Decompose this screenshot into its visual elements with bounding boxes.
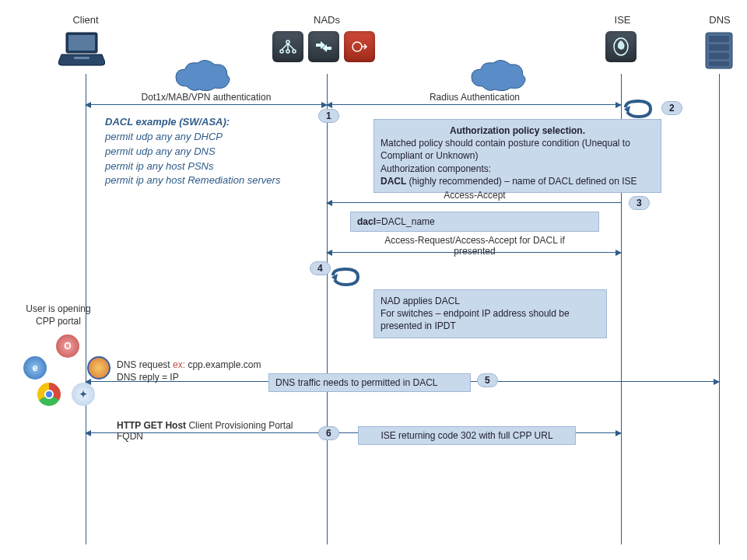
opera-icon: O — [56, 334, 79, 358]
svg-rect-12 — [709, 53, 729, 59]
step-3: 3 — [629, 196, 650, 210]
nad-applies-l1: NAD applies DACL — [381, 295, 600, 307]
svg-point-5 — [286, 50, 289, 53]
msg-access-accept: Access-Accept — [366, 190, 584, 201]
msg-auth-right: Radius Authentication — [374, 92, 576, 103]
svg-point-7 — [352, 42, 362, 51]
ie-icon: e — [23, 356, 47, 380]
authz-title: Authorization policy selection. — [381, 124, 654, 137]
step-5: 5 — [477, 373, 498, 387]
arrow-auth-client-nad — [86, 104, 327, 105]
authz-box: Authorization policy selection. Matched … — [374, 119, 661, 193]
svg-rect-10 — [709, 36, 729, 42]
msg-auth-left: Dot1x/MAB/VPN authentication — [97, 92, 315, 103]
svg-rect-13 — [709, 61, 729, 66]
router-icon — [308, 31, 339, 62]
nad-applies-l2: For switches – endpoint IP address shoul… — [381, 307, 600, 332]
user-opening-note: User is opening CPP portal — [16, 303, 101, 327]
authz-line1: Matched policy should contain posture co… — [381, 137, 654, 162]
dacl-name-box: dacl=DACL_name — [350, 212, 599, 232]
server-icon — [704, 31, 734, 72]
firewall-icon — [344, 31, 375, 62]
browser-icons: O e ✦ — [23, 334, 117, 412]
chrome-icon — [37, 383, 61, 406]
step-6: 6 — [318, 426, 339, 440]
laptop-icon — [58, 30, 105, 69]
svg-rect-2 — [74, 57, 89, 59]
arrow-access-accept — [327, 202, 621, 203]
authz-line3: DACL (highly recommended) – name of DACL… — [381, 175, 654, 187]
msg-dns-reply: DNS reply = IP — [117, 372, 179, 383]
dacl-name-text: dacl=DACL_name — [357, 216, 435, 227]
svg-point-6 — [293, 50, 296, 53]
nad-applies-box: NAD applies DACL For switches – endpoint… — [374, 289, 607, 338]
actor-nads-label: NADs — [296, 14, 358, 26]
nad-icons — [272, 31, 375, 62]
step-4: 4 — [310, 261, 331, 275]
dacl-l1: permit udp any any DHCP — [105, 130, 323, 145]
firefox-icon — [87, 356, 110, 380]
ise-icon — [605, 31, 637, 62]
svg-rect-11 — [709, 44, 729, 51]
cloud-icon — [171, 58, 233, 94]
loop-arrow-icon — [622, 100, 654, 118]
msg-http-get: HTTP GET Host Client Provisioning Portal… — [117, 420, 311, 442]
dacl-example: DACL example (SW/ASA): permit udp any an… — [105, 115, 323, 188]
lifeline-nads — [327, 74, 328, 544]
dacl-l3: permit ip any host PSNs — [105, 159, 323, 174]
actor-ise-label: ISE — [599, 14, 646, 26]
step-2: 2 — [661, 101, 682, 115]
msg-dns-request: DNS request ex: cpp.example.com — [117, 359, 261, 370]
lifeline-dns — [719, 74, 720, 544]
switch-icon — [272, 31, 303, 62]
dns-traffic-box: DNS traffic needs to permitted in DACL — [268, 373, 471, 392]
dacl-title: DACL example (SW/ASA): — [105, 115, 323, 130]
cloud-icon — [467, 58, 529, 94]
safari-icon: ✦ — [72, 383, 95, 406]
svg-point-3 — [286, 40, 289, 44]
dacl-l4: permit ip any host Remediation servers — [105, 173, 323, 188]
dacl-l2: permit udp any any DNS — [105, 145, 323, 159]
msg-access-request: Access-Request/Access-Accept for DACL if… — [366, 235, 584, 257]
ise-302-box: ISE returning code 302 with full CPP URL — [358, 426, 576, 445]
svg-point-4 — [280, 50, 283, 53]
loop-arrow-icon — [330, 268, 361, 286]
actor-client-label: Client — [54, 14, 117, 26]
svg-rect-1 — [68, 35, 95, 51]
authz-line2: Authorization components: — [381, 163, 654, 175]
actor-dns-label: DNS — [704, 14, 735, 26]
arrow-auth-nad-ise — [327, 104, 621, 105]
